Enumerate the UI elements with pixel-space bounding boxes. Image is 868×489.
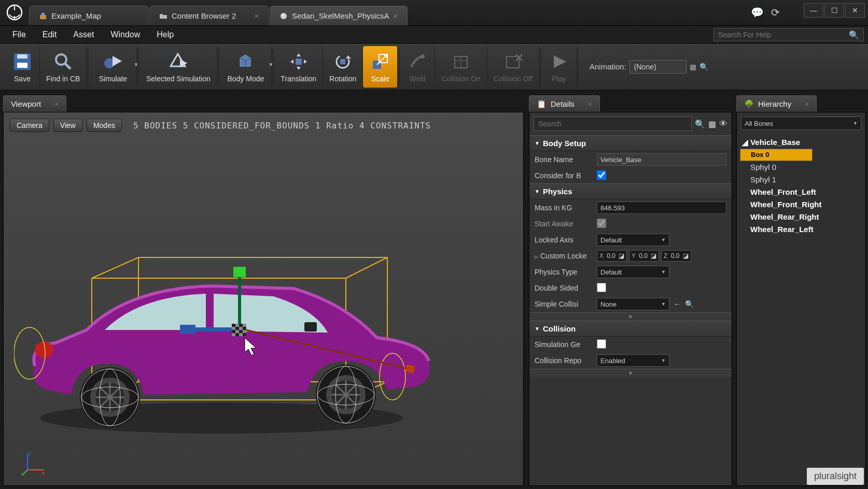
close-icon[interactable]: × (394, 12, 398, 20)
prop-label: Physics Type (535, 268, 597, 276)
menu-window[interactable]: Window (103, 27, 147, 42)
rotation-button[interactable]: Rotation (323, 46, 363, 88)
source-control-icon[interactable]: ⟳ (771, 6, 780, 19)
tree-item[interactable]: Sphyl 1 (740, 174, 862, 186)
minimize-button[interactable]: — (804, 3, 823, 18)
animation-dropdown[interactable]: (None) (629, 60, 687, 74)
tree-item[interactable]: Sphyl 0 (740, 161, 862, 174)
grid-icon[interactable]: ▦ (708, 119, 716, 129)
tab-example-map[interactable]: Example_Map (29, 6, 148, 25)
tree-item[interactable]: Box 0 (740, 149, 813, 161)
prop-label: Simulation Ge (535, 340, 597, 349)
viewport[interactable]: Camera View Modes 5 BODIES 5 CONSIDERED_… (3, 112, 524, 486)
physics-type-dropdown[interactable]: Default▼ (597, 266, 669, 278)
search-icon[interactable]: 🔍 (849, 30, 859, 40)
menu-edit[interactable]: Edit (35, 27, 64, 42)
prop-label: Consider for B (535, 171, 597, 180)
category-physics[interactable]: ▼Physics (529, 183, 732, 199)
search-icon[interactable]: 🔍 (695, 119, 705, 129)
expand-icon[interactable]: ▷ (535, 254, 538, 260)
animation-label: Animation: (590, 62, 626, 71)
viewport-tab[interactable]: Viewport × (3, 95, 66, 112)
label: Body Mode (227, 75, 264, 83)
category-collision[interactable]: ▼Collision (529, 321, 732, 337)
menu-asset[interactable]: Asset (66, 27, 101, 42)
x-input[interactable]: X0.0◪ (597, 250, 627, 262)
expand-advanced[interactable]: ▼ (529, 369, 732, 377)
eye-icon[interactable]: 👁 (719, 119, 727, 128)
tree-item[interactable]: Wheel_Rear_Right (740, 211, 862, 223)
hierarchy-tab[interactable]: 🌳 Hierarchy × (736, 95, 817, 112)
category-body-setup[interactable]: ▼Body Setup (529, 135, 732, 151)
magnify-icon (52, 51, 74, 73)
menu-help[interactable]: Help (149, 27, 181, 42)
back-icon[interactable]: ← (674, 300, 681, 308)
simple-collision-dropdown[interactable]: None▼ (597, 298, 669, 310)
start-awake-checkbox (597, 219, 606, 228)
find-in-cb-button[interactable]: Find in CB (40, 46, 87, 88)
details-search-input[interactable] (534, 117, 692, 131)
mass-input[interactable] (597, 202, 726, 214)
prop-label: Mass in KG (535, 204, 597, 212)
simulate-button[interactable]: Simulate ▼ (89, 46, 137, 88)
grid-icon[interactable]: ▦ (690, 63, 696, 71)
collision-response-dropdown[interactable]: Enabled▼ (597, 354, 669, 367)
tree-item[interactable]: ◢ Vehicle_Base (740, 136, 862, 149)
svg-rect-36 (304, 322, 317, 332)
tab-label: Content Browser 2 (172, 11, 236, 20)
collision-off-button[interactable]: Collision Off (487, 46, 539, 88)
view-button[interactable]: View (53, 119, 82, 132)
bone-name-input[interactable] (597, 153, 726, 166)
weld-button[interactable]: Weld (400, 46, 435, 88)
collision-on-button[interactable]: Collision On (435, 46, 487, 88)
tree-item[interactable]: Wheel_Rear_Left (740, 223, 862, 236)
details-tab[interactable]: 📋 Details × (529, 95, 600, 112)
svg-marker-28 (554, 55, 566, 68)
modes-button[interactable]: Modes (87, 119, 122, 132)
close-icon[interactable]: × (805, 100, 809, 108)
chevron-down-icon: ▼ (661, 358, 666, 363)
chevron-down-icon[interactable]: ▼ (133, 62, 138, 67)
z-input[interactable]: Z0.0◪ (661, 250, 691, 262)
consider-checkbox[interactable] (597, 170, 606, 180)
hierarchy-panel: 🌳 Hierarchy × All Bones▼ ◢ Vehicle_BaseB… (734, 90, 868, 489)
help-search[interactable]: 🔍 (713, 28, 864, 41)
translation-button[interactable]: Translation (274, 46, 323, 88)
chevron-down-icon: ▼ (661, 301, 666, 307)
locked-axis-dropdown[interactable]: Default▼ (597, 234, 669, 246)
chevron-down-icon[interactable]: ▼ (268, 62, 273, 67)
collision-off-icon (502, 51, 524, 73)
search-icon[interactable]: 🔍 (699, 63, 708, 71)
label: Save (14, 75, 31, 83)
close-icon[interactable]: × (255, 12, 259, 20)
hierarchy-filter-dropdown[interactable]: All Bones▼ (741, 117, 861, 130)
chat-icon[interactable]: 💬 (751, 6, 764, 19)
svg-rect-70 (180, 325, 195, 334)
close-icon[interactable]: × (54, 100, 59, 108)
play-button[interactable]: Play (542, 46, 577, 88)
tab-content-browser[interactable]: Content Browser 2 × (149, 6, 269, 25)
tree-item[interactable]: Wheel_Front_Right (740, 198, 862, 211)
close-button[interactable]: ✕ (845, 3, 865, 18)
collapse-icon: ▼ (535, 326, 540, 332)
search-icon[interactable]: 🔍 (685, 300, 694, 308)
expand-advanced[interactable]: ▼ (529, 312, 732, 321)
help-search-input[interactable] (718, 31, 849, 39)
weld-icon (407, 51, 428, 73)
body-mode-button[interactable]: Body Mode ▼ (220, 46, 272, 88)
titlebar-icons: 💬 ⟳ (751, 6, 780, 19)
double-sided-checkbox[interactable] (597, 283, 606, 292)
maximize-button[interactable]: ☐ (824, 3, 844, 18)
menu-file[interactable]: File (5, 27, 33, 42)
close-icon[interactable]: × (588, 100, 592, 108)
svg-rect-69 (243, 333, 246, 336)
scale-button[interactable]: Scale (363, 46, 398, 88)
category-label: Physics (543, 187, 572, 196)
camera-button[interactable]: Camera (10, 119, 49, 132)
tab-physics-asset[interactable]: Sedan_SkelMesh_PhysicsA × (270, 6, 408, 25)
y-input[interactable]: Y0.0◪ (629, 250, 659, 262)
simulation-generates-checkbox[interactable] (597, 339, 606, 349)
tree-item[interactable]: Wheel_Front_Left (740, 186, 862, 198)
selected-simulation-button[interactable]: Selected Simulation (139, 46, 217, 88)
save-button[interactable]: Save (5, 46, 40, 88)
